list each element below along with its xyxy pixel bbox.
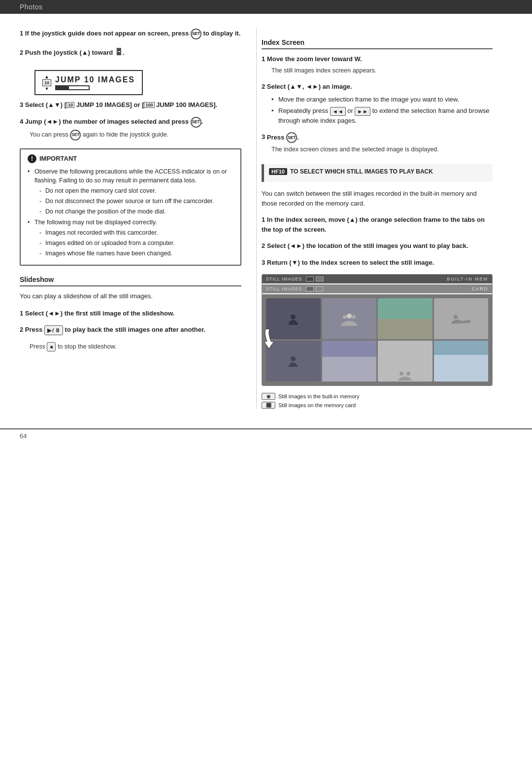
thumb-3 xyxy=(378,298,432,339)
diagram-card-row: STILL IMAGES CARD xyxy=(262,284,492,293)
svg-point-2 xyxy=(347,314,352,318)
important-sub-2-3: Images whose file names have been change… xyxy=(39,249,233,258)
index-step-1-sub: The still images index screen appears. xyxy=(262,66,493,75)
slideshow-step-1-num: 1 xyxy=(20,310,23,317)
hf10-intro: You can switch between the still images … xyxy=(262,189,493,208)
svg-point-5 xyxy=(291,356,296,361)
rewind-button: ◄◄ xyxy=(330,107,346,116)
hf10-step-3-num: 3 xyxy=(262,259,265,266)
index-step-3-num: 3 xyxy=(262,134,265,141)
caption-builtin-text: Still images in the built-in memory xyxy=(278,393,359,399)
slideshow-intro: You can play a slideshow of all the stil… xyxy=(20,291,241,301)
step-4: 4 Jump (◄►) the number of images selecte… xyxy=(20,117,241,140)
important-item-1: Observe the following precautions while … xyxy=(28,167,233,216)
set-button-step4-sub: SET xyxy=(70,130,81,140)
hf10-step-2-num: 2 xyxy=(262,242,265,249)
set-button-index: SET xyxy=(286,132,297,143)
jump-text: JUMP 10 IMAGES xyxy=(55,75,135,84)
hf10-step-3: 3 Return (▼) to the index screen to sele… xyxy=(262,258,493,268)
svg-point-7 xyxy=(406,372,410,376)
hf10-box: HF10 TO SELECT WHICH STILL IMAGES TO PLA… xyxy=(262,164,493,182)
diagram-captions: ▣ Still images in the built-in memory ⬛ … xyxy=(262,393,493,409)
important-sub-1-3: Do not change the position of the mode d… xyxy=(39,207,233,216)
right-column: Index Screen 1 Move the zoom lever towar… xyxy=(256,29,493,409)
diagram-icon-sd xyxy=(316,277,324,281)
jump-icon: ▲ 10 ▼ xyxy=(42,74,51,91)
forward-button: ►► xyxy=(355,107,370,116)
important-sublist-1: Do not open the memory card slot cover. … xyxy=(34,186,233,216)
hf10-step-2-text: Select (◄►) the location of the still im… xyxy=(267,242,468,249)
diagram-card-icon-2 xyxy=(316,286,324,291)
cap-icon-card: ⬛ xyxy=(262,402,275,409)
step-4-sub: You can press SET again to hide the joys… xyxy=(20,130,241,140)
thumb-8 xyxy=(434,341,489,382)
slideshow-step-1-text: Select (◄►) the first still image of the… xyxy=(25,310,174,317)
stop-button: ■ xyxy=(47,342,56,351)
index-section: Index Screen 1 Move the zoom lever towar… xyxy=(262,38,493,154)
important-item-2: The following may not be displayed corre… xyxy=(28,218,233,258)
hf10-step-3-text: Return (▼) to the index screen to select… xyxy=(267,259,434,266)
caption-builtin: ▣ Still images in the built-in memory xyxy=(262,393,493,400)
page-header: Photos xyxy=(0,0,532,14)
thumb-4 xyxy=(434,298,489,339)
important-icon: ! xyxy=(28,154,36,163)
page-number: 64 xyxy=(20,432,27,440)
slideshow-step-2: 2 Press ▶/⏸ to play back the still image… xyxy=(20,325,241,335)
step-1: 1 If the joystick guide does not appear … xyxy=(20,29,241,39)
important-sublist-2: Images not recorded with this camcorder.… xyxy=(34,228,233,258)
press-stop-text: Press ■ to stop the slideshow. xyxy=(20,342,241,351)
important-sub-1-2: Do not disconnect the power source or tu… xyxy=(39,197,233,206)
index-step-2: 2 Select (▲▼, ◄►) an image. Move the ora… xyxy=(262,82,493,125)
still-image-diagram: STILL IMAGES BUILT-IN MEM STILL IMAGES C… xyxy=(262,274,493,386)
step-3-num: 3 xyxy=(20,101,23,108)
index-step-1-num: 1 xyxy=(262,55,265,63)
page-footer: 64 xyxy=(0,428,532,443)
slideshow-step-2-text: Press ▶/⏸ to play back the still images … xyxy=(25,326,205,333)
svg-point-3 xyxy=(352,315,356,319)
play-pause-button: ▶/⏸ xyxy=(44,325,63,336)
hf10-step-1: 1 In the index screen, move (▲) the oran… xyxy=(262,215,493,234)
step-3: 3 Select (▲▼) [10 JUMP 10 IMAGES] or [10… xyxy=(20,100,241,110)
important-title: IMPORTANT xyxy=(39,155,77,162)
index-step-2-bullet-1: Move the orange selection frame to the i… xyxy=(271,95,493,105)
hf10-step-1-text: In the index screen, move (▲) the orange… xyxy=(262,216,485,233)
index-step-3: 3 Press SET. The index screen closes and… xyxy=(262,132,493,154)
index-step-2-bullets: Move the orange selection frame to the i… xyxy=(262,95,493,126)
important-sub-2-1: Images not recorded with this camcorder. xyxy=(39,228,233,238)
svg-point-0 xyxy=(291,315,296,319)
index-step-2-bullet-2: Repeatedly press ◄◄ or ►► to extend the … xyxy=(271,106,493,125)
step-2-text: Push the joystick (▲) toward 🎛. xyxy=(25,49,125,56)
diagram-still-label: STILL IMAGES xyxy=(266,277,302,281)
important-header: ! IMPORTANT xyxy=(28,154,233,163)
thumb-7 xyxy=(378,341,432,382)
step-3-text: Select (▲▼) [10 JUMP 10 IMAGES] or [100 … xyxy=(25,101,217,108)
diagram-builtin-label: BUILT-IN MEM xyxy=(447,277,488,281)
hf10-header: HF10 TO SELECT WHICH STILL IMAGES TO PLA… xyxy=(269,168,488,175)
important-list: Observe the following precautions while … xyxy=(28,167,233,258)
set-button-step4: SET xyxy=(191,117,201,128)
index-step-1: 1 Move the zoom lever toward W. The stil… xyxy=(262,54,493,75)
important-box: ! IMPORTANT Observe the following precau… xyxy=(20,148,241,266)
step-4-text: Jump (◄►) the number of images selected … xyxy=(25,118,203,125)
important-sub-2-2: Images edited on or uploaded from a comp… xyxy=(39,239,233,248)
jump-bar-fill xyxy=(56,86,69,89)
svg-point-4 xyxy=(454,315,458,319)
index-screen-title: Index Screen xyxy=(262,38,493,49)
important-sub-1-1: Do not open the memory card slot cover. xyxy=(39,186,233,196)
slideshow-step-2-num: 2 xyxy=(20,326,23,333)
slideshow-step-1: 1 Select (◄►) the first still image of t… xyxy=(20,309,241,318)
diagram-arrow xyxy=(263,327,278,353)
step-1-num: 1 xyxy=(20,30,23,37)
step-2-num: 2 xyxy=(20,49,23,56)
diagram-card-icon-1 xyxy=(306,286,314,291)
step-1-text: If the joystick guide does not appear on… xyxy=(25,30,240,37)
svg-point-6 xyxy=(399,372,403,376)
hf10-step-1-num: 1 xyxy=(262,216,265,223)
thumb-2 xyxy=(322,298,377,339)
left-column: 1 If the joystick guide does not appear … xyxy=(20,29,256,409)
diagram-card-icons xyxy=(306,286,324,291)
index-step-3-text: Press SET. xyxy=(267,134,299,141)
hf10-step-2: 2 Select (◄►) the location of the still … xyxy=(262,241,493,251)
index-step-2-num: 2 xyxy=(262,83,265,90)
jump-bar xyxy=(55,85,90,90)
